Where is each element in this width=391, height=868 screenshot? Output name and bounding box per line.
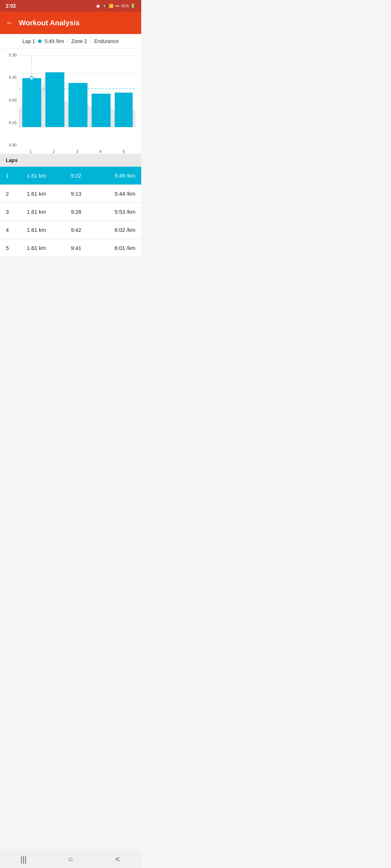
lap-dist: 1.61 km bbox=[17, 173, 56, 179]
lap-num: 3 bbox=[6, 209, 17, 215]
x-label-2: 2 bbox=[42, 149, 65, 154]
lap-row-4[interactable]: 4 1.61 km 9:42 6:02 /km bbox=[0, 221, 141, 239]
status-bar: 2:02 ⏰ 🔇 📶 ▪▪▪ 41% 🔋 bbox=[0, 0, 141, 12]
legend-zone: Zone 2 bbox=[71, 38, 87, 44]
chart-svg bbox=[19, 53, 135, 147]
status-time: 2:02 bbox=[6, 3, 16, 9]
wifi-icon: 📶 bbox=[109, 4, 114, 8]
legend-pace: 5:49 /km bbox=[45, 38, 64, 44]
laps-section-header: Laps bbox=[0, 154, 141, 167]
lap-row-2[interactable]: 2 1.61 km 9:13 5:44 /km bbox=[0, 185, 141, 203]
lap-pace: 6:02 /km bbox=[96, 227, 135, 233]
x-label-5: 5 bbox=[112, 149, 135, 154]
legend-sep1: · bbox=[67, 38, 68, 44]
y-label-3: 6:15 bbox=[0, 121, 18, 125]
battery-level: 41% bbox=[121, 4, 129, 8]
mute-icon: 🔇 bbox=[102, 4, 107, 8]
lap-pace: 5:49 /km bbox=[96, 173, 135, 179]
x-label-3: 3 bbox=[66, 149, 89, 154]
lap-pace: 6:01 /km bbox=[96, 245, 135, 251]
lap-time: 9:22 bbox=[56, 173, 96, 179]
laps-list: 1 1.61 km 9:22 5:49 /km 2 1.61 km 9:13 5… bbox=[0, 167, 141, 257]
y-label-1: 5:45 bbox=[0, 76, 18, 80]
lap-row-3[interactable]: 3 1.61 km 9:28 5:53 /km bbox=[0, 203, 141, 221]
bar-lap1 bbox=[22, 78, 41, 127]
x-axis-labels: 1 2 3 4 5 bbox=[19, 149, 135, 154]
battery-icon: 🔋 bbox=[130, 4, 135, 8]
lap-time: 9:41 bbox=[56, 245, 96, 251]
lap-num: 5 bbox=[6, 245, 17, 251]
lap-pace: 5:53 /km bbox=[96, 209, 135, 215]
lap-dist: 1.61 km bbox=[17, 209, 56, 215]
lap-pace: 5:44 /km bbox=[96, 191, 135, 197]
y-label-4: 6:30 bbox=[0, 143, 18, 147]
legend-sep2: · bbox=[90, 38, 91, 44]
bar-lap3 bbox=[68, 83, 87, 127]
legend-type: Endurance bbox=[94, 38, 119, 44]
lap-num: 1 bbox=[6, 173, 17, 179]
lap-dist: 1.61 km bbox=[17, 227, 56, 233]
legend-dot bbox=[38, 39, 42, 43]
status-icons: ⏰ 🔇 📶 ▪▪▪ 41% 🔋 bbox=[96, 4, 135, 8]
x-label-1: 1 bbox=[19, 149, 42, 154]
lap-num: 2 bbox=[6, 191, 17, 197]
y-axis-labels: 5:30 5:45 6:00 6:15 6:30 bbox=[0, 53, 18, 147]
bar-lap5 bbox=[115, 93, 133, 127]
signal-icon: ▪▪▪ bbox=[115, 4, 119, 8]
chart-legend: Lap 1 5:49 /km · Zone 2 · Endurance bbox=[0, 34, 141, 49]
legend-lap-label: Lap 1 bbox=[22, 38, 35, 44]
page-title: Workout Analysis bbox=[19, 19, 80, 27]
x-label-4: 4 bbox=[89, 149, 112, 154]
lap-time: 9:28 bbox=[56, 209, 96, 215]
y-label-2: 6:00 bbox=[0, 98, 18, 102]
lap-row-1[interactable]: 1 1.61 km 9:22 5:49 /km bbox=[0, 167, 141, 185]
lap-dist: 1.61 km bbox=[17, 245, 56, 251]
app-header: ← Workout Analysis bbox=[0, 12, 141, 34]
y-label-0: 5:30 bbox=[0, 53, 18, 57]
lap-time: 9:13 bbox=[56, 191, 96, 197]
lap-dist: 1.61 km bbox=[17, 191, 56, 197]
alarm-icon: ⏰ bbox=[96, 4, 101, 8]
lap-num: 4 bbox=[6, 227, 17, 233]
back-button[interactable]: ← bbox=[6, 18, 14, 27]
chart-area: 5:30 5:45 6:00 6:15 6:30 bbox=[0, 49, 141, 154]
bar-lap2 bbox=[45, 72, 64, 127]
bar-lap4 bbox=[92, 94, 110, 127]
laps-header-label: Laps bbox=[6, 157, 18, 163]
lap-time: 9:42 bbox=[56, 227, 96, 233]
lap-row-5[interactable]: 5 1.61 km 9:41 6:01 /km bbox=[0, 239, 141, 257]
